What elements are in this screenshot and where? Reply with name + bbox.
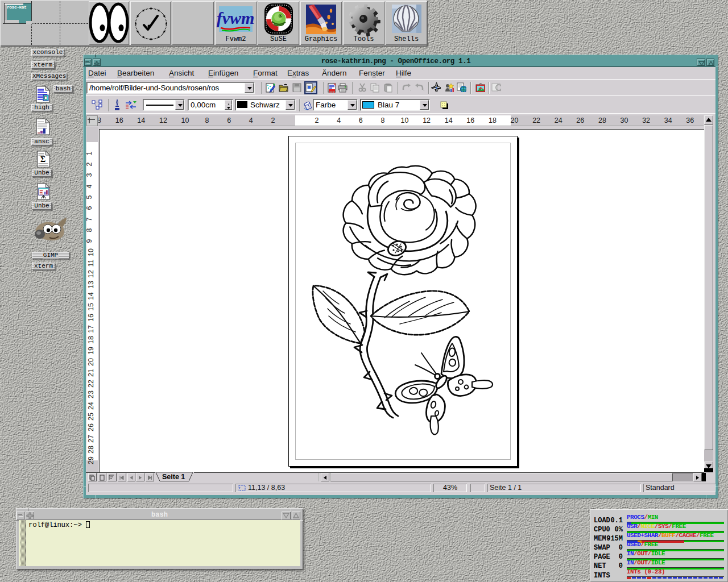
svg-text:Σ: Σ <box>40 155 46 164</box>
svg-text:fvwm: fvwm <box>217 9 255 27</box>
